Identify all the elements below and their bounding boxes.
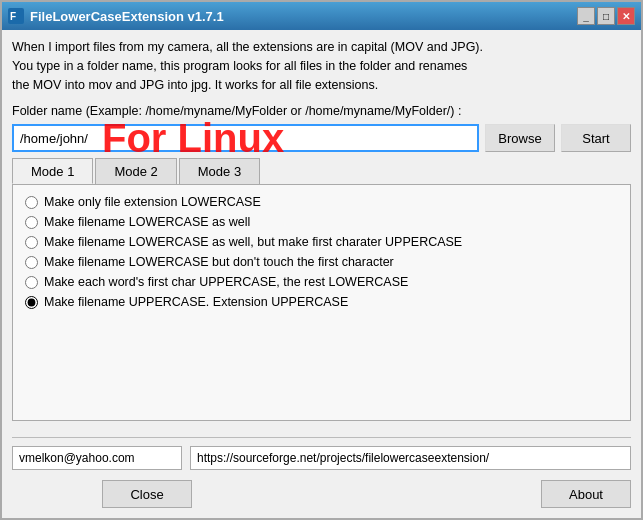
tab-headers: Mode 1 Mode 2 Mode 3 [12,158,631,185]
radio-option-3[interactable] [25,236,38,249]
radio-option-2[interactable] [25,216,38,229]
desc-line3: the MOV into mov and JPG into jpg. It wo… [12,76,631,95]
tabs-container: Mode 1 Mode 2 Mode 3 Make only file exte… [12,158,631,421]
folder-input[interactable] [12,124,479,152]
radio-option-1[interactable] [25,196,38,209]
email-field[interactable] [12,446,182,470]
svg-text:F: F [10,11,16,22]
radio-item-2: Make filename LOWERCASE as well [25,215,618,229]
radio-option-6[interactable] [25,296,38,309]
radio-item-6: Make filename UPPERCASE. Extension UPPER… [25,295,618,309]
radio-label-5: Make each word's first char UPPERCASE, t… [44,275,408,289]
tab-mode1[interactable]: Mode 1 [12,158,93,184]
window-title: FileLowerCaseExtension v1.7.1 [30,9,577,24]
radio-item-1: Make only file extension LOWERCASE [25,195,618,209]
bottom-bar: Close About [2,429,641,518]
browse-button[interactable]: Browse [485,124,555,152]
links-row [12,446,631,470]
folder-label: Folder name (Example: /home/myname/MyFol… [12,104,631,118]
folder-row: For Linux Browse Start [12,124,631,152]
tab-content-mode1: Make only file extension LOWERCASE Make … [12,185,631,421]
content-area: When I import files from my camera, all … [2,30,641,429]
minimize-button[interactable]: _ [577,7,595,25]
radio-option-4[interactable] [25,256,38,269]
app-icon: F [8,8,24,24]
radio-label-4: Make filename LOWERCASE but don't touch … [44,255,394,269]
close-button[interactable]: Close [102,480,192,508]
tab-mode2[interactable]: Mode 2 [95,158,176,184]
maximize-button[interactable]: □ [597,7,615,25]
radio-label-1: Make only file extension LOWERCASE [44,195,261,209]
desc-line1: When I import files from my camera, all … [12,38,631,57]
title-bar: F FileLowerCaseExtension v1.7.1 _ □ ✕ [2,2,641,30]
window-controls: _ □ ✕ [577,7,635,25]
radio-label-6: Make filename UPPERCASE. Extension UPPER… [44,295,348,309]
about-button[interactable]: About [541,480,631,508]
radio-label-2: Make filename LOWERCASE as well [44,215,250,229]
description-text: When I import files from my camera, all … [12,38,631,94]
radio-option-5[interactable] [25,276,38,289]
desc-line2: You type in a folder name, this program … [12,57,631,76]
radio-item-5: Make each word's first char UPPERCASE, t… [25,275,618,289]
divider-top [12,437,631,438]
url-field[interactable] [190,446,631,470]
window-close-button[interactable]: ✕ [617,7,635,25]
main-window: F FileLowerCaseExtension v1.7.1 _ □ ✕ Wh… [0,0,643,520]
radio-label-3: Make filename LOWERCASE as well, but mak… [44,235,462,249]
radio-item-4: Make filename LOWERCASE but don't touch … [25,255,618,269]
radio-item-3: Make filename LOWERCASE as well, but mak… [25,235,618,249]
start-button[interactable]: Start [561,124,631,152]
bottom-buttons-row: Close About [12,476,631,512]
tab-mode3[interactable]: Mode 3 [179,158,260,184]
